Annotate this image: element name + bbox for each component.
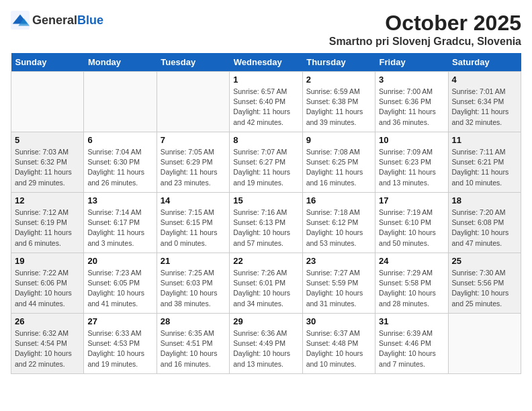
calendar-body: 1Sunrise: 6:57 AM Sunset: 6:40 PM Daylig… — [11, 72, 521, 374]
weekday-header-wednesday: Wednesday — [230, 53, 302, 72]
day-detail: Sunrise: 6:57 AM Sunset: 6:40 PM Dayligh… — [233, 87, 298, 128]
day-number: 20 — [87, 256, 152, 266]
calendar-week-5: 26Sunrise: 6:32 AM Sunset: 4:54 PM Dayli… — [11, 314, 521, 374]
day-detail: Sunrise: 7:19 AM Sunset: 6:10 PM Dayligh… — [379, 208, 444, 248]
day-number: 18 — [452, 195, 517, 205]
weekday-header-monday: Monday — [84, 53, 157, 72]
calendar-day-19: 19Sunrise: 7:22 AM Sunset: 6:06 PM Dayli… — [11, 253, 84, 314]
calendar-day-24: 24Sunrise: 7:29 AM Sunset: 5:58 PM Dayli… — [375, 253, 448, 314]
logo-icon — [11, 11, 30, 30]
day-detail: Sunrise: 7:05 AM Sunset: 6:29 PM Dayligh… — [161, 147, 226, 188]
day-detail: Sunrise: 7:00 AM Sunset: 6:36 PM Dayligh… — [379, 87, 444, 128]
day-number: 10 — [379, 135, 444, 145]
day-detail: Sunrise: 6:36 AM Sunset: 4:49 PM Dayligh… — [233, 328, 298, 369]
day-number: 14 — [161, 195, 226, 205]
day-detail: Sunrise: 6:37 AM Sunset: 4:48 PM Dayligh… — [306, 328, 371, 369]
calendar-day-20: 20Sunrise: 7:23 AM Sunset: 6:05 PM Dayli… — [84, 253, 157, 314]
calendar-day-2: 2Sunrise: 6:59 AM Sunset: 6:38 PM Daylig… — [302, 72, 375, 132]
day-detail: Sunrise: 7:20 AM Sunset: 6:08 PM Dayligh… — [452, 208, 517, 248]
day-number: 5 — [15, 135, 80, 145]
month-title: October 2025 — [329, 11, 521, 36]
day-number: 16 — [306, 195, 371, 205]
day-detail: Sunrise: 7:27 AM Sunset: 5:59 PM Dayligh… — [306, 268, 371, 309]
day-detail: Sunrise: 7:18 AM Sunset: 6:12 PM Dayligh… — [306, 208, 371, 248]
calendar-day-empty — [84, 72, 157, 132]
day-detail: Sunrise: 7:12 AM Sunset: 6:19 PM Dayligh… — [15, 208, 80, 248]
day-detail: Sunrise: 7:01 AM Sunset: 6:34 PM Dayligh… — [452, 87, 517, 128]
day-number: 2 — [306, 75, 371, 85]
day-number: 3 — [379, 75, 444, 85]
day-number: 31 — [379, 316, 444, 326]
calendar-day-8: 8Sunrise: 7:07 AM Sunset: 6:27 PM Daylig… — [230, 132, 302, 193]
calendar-day-16: 16Sunrise: 7:18 AM Sunset: 6:12 PM Dayli… — [302, 193, 375, 253]
calendar-day-4: 4Sunrise: 7:01 AM Sunset: 6:34 PM Daylig… — [448, 72, 521, 132]
logo-text: GeneralBlue — [32, 13, 103, 28]
calendar-day-empty — [448, 314, 521, 374]
day-number: 9 — [306, 135, 371, 145]
day-number: 12 — [15, 195, 80, 205]
calendar-day-17: 17Sunrise: 7:19 AM Sunset: 6:10 PM Dayli… — [375, 193, 448, 253]
day-detail: Sunrise: 6:35 AM Sunset: 4:51 PM Dayligh… — [161, 328, 226, 369]
day-number: 29 — [233, 316, 298, 326]
calendar-day-3: 3Sunrise: 7:00 AM Sunset: 6:36 PM Daylig… — [375, 72, 448, 132]
day-detail: Sunrise: 6:39 AM Sunset: 4:46 PM Dayligh… — [379, 328, 444, 369]
day-detail: Sunrise: 6:32 AM Sunset: 4:54 PM Dayligh… — [15, 328, 80, 369]
calendar-day-1: 1Sunrise: 6:57 AM Sunset: 6:40 PM Daylig… — [230, 72, 302, 132]
calendar-day-22: 22Sunrise: 7:26 AM Sunset: 6:01 PM Dayli… — [230, 253, 302, 314]
header: GeneralBlue October 2025 Smartno pri Slo… — [11, 11, 521, 48]
day-number: 17 — [379, 195, 444, 205]
calendar-week-3: 12Sunrise: 7:12 AM Sunset: 6:19 PM Dayli… — [11, 193, 521, 253]
calendar-day-6: 6Sunrise: 7:04 AM Sunset: 6:30 PM Daylig… — [84, 132, 157, 193]
logo: GeneralBlue — [11, 11, 103, 30]
day-detail: Sunrise: 7:15 AM Sunset: 6:15 PM Dayligh… — [161, 208, 226, 248]
day-number: 27 — [87, 316, 152, 326]
day-detail: Sunrise: 7:07 AM Sunset: 6:27 PM Dayligh… — [233, 147, 298, 188]
day-detail: Sunrise: 7:29 AM Sunset: 5:58 PM Dayligh… — [379, 268, 444, 309]
day-number: 11 — [452, 135, 517, 145]
day-number: 22 — [233, 256, 298, 266]
calendar-header-row: SundayMondayTuesdayWednesdayThursdayFrid… — [11, 53, 521, 72]
day-detail: Sunrise: 6:33 AM Sunset: 4:53 PM Dayligh… — [87, 328, 152, 369]
calendar-day-23: 23Sunrise: 7:27 AM Sunset: 5:59 PM Dayli… — [302, 253, 375, 314]
calendar-day-29: 29Sunrise: 6:36 AM Sunset: 4:49 PM Dayli… — [230, 314, 302, 374]
calendar-day-21: 21Sunrise: 7:25 AM Sunset: 6:03 PM Dayli… — [157, 253, 229, 314]
day-detail: Sunrise: 7:14 AM Sunset: 6:17 PM Dayligh… — [87, 208, 152, 248]
day-detail: Sunrise: 7:30 AM Sunset: 5:56 PM Dayligh… — [452, 268, 517, 309]
calendar-week-2: 5Sunrise: 7:03 AM Sunset: 6:32 PM Daylig… — [11, 132, 521, 193]
day-detail: Sunrise: 7:08 AM Sunset: 6:25 PM Dayligh… — [306, 147, 371, 188]
calendar-day-5: 5Sunrise: 7:03 AM Sunset: 6:32 PM Daylig… — [11, 132, 84, 193]
calendar-day-18: 18Sunrise: 7:20 AM Sunset: 6:08 PM Dayli… — [448, 193, 521, 253]
day-number: 21 — [161, 256, 226, 266]
calendar-day-7: 7Sunrise: 7:05 AM Sunset: 6:29 PM Daylig… — [157, 132, 229, 193]
logo-general: General — [32, 13, 77, 27]
weekday-header-tuesday: Tuesday — [157, 53, 229, 72]
calendar-week-4: 19Sunrise: 7:22 AM Sunset: 6:06 PM Dayli… — [11, 253, 521, 314]
calendar-day-30: 30Sunrise: 6:37 AM Sunset: 4:48 PM Dayli… — [302, 314, 375, 374]
calendar-day-10: 10Sunrise: 7:09 AM Sunset: 6:23 PM Dayli… — [375, 132, 448, 193]
calendar-table: SundayMondayTuesdayWednesdayThursdayFrid… — [11, 53, 521, 374]
logo-blue: Blue — [77, 13, 103, 27]
title-area: October 2025 Smartno pri Slovenj Gradcu,… — [329, 11, 521, 48]
weekday-header-thursday: Thursday — [302, 53, 375, 72]
calendar-week-1: 1Sunrise: 6:57 AM Sunset: 6:40 PM Daylig… — [11, 72, 521, 132]
day-detail: Sunrise: 6:59 AM Sunset: 6:38 PM Dayligh… — [306, 87, 371, 128]
calendar-day-31: 31Sunrise: 6:39 AM Sunset: 4:46 PM Dayli… — [375, 314, 448, 374]
day-detail: Sunrise: 7:22 AM Sunset: 6:06 PM Dayligh… — [15, 268, 80, 309]
calendar-day-27: 27Sunrise: 6:33 AM Sunset: 4:53 PM Dayli… — [84, 314, 157, 374]
calendar-day-26: 26Sunrise: 6:32 AM Sunset: 4:54 PM Dayli… — [11, 314, 84, 374]
day-number: 25 — [452, 256, 517, 266]
day-detail: Sunrise: 7:04 AM Sunset: 6:30 PM Dayligh… — [87, 147, 152, 188]
calendar-day-13: 13Sunrise: 7:14 AM Sunset: 6:17 PM Dayli… — [84, 193, 157, 253]
day-detail: Sunrise: 7:23 AM Sunset: 6:05 PM Dayligh… — [87, 268, 152, 309]
day-number: 26 — [15, 316, 80, 326]
day-detail: Sunrise: 7:26 AM Sunset: 6:01 PM Dayligh… — [233, 268, 298, 309]
day-number: 15 — [233, 195, 298, 205]
day-number: 23 — [306, 256, 371, 266]
day-detail: Sunrise: 7:25 AM Sunset: 6:03 PM Dayligh… — [161, 268, 226, 309]
calendar-day-empty — [157, 72, 229, 132]
day-number: 30 — [306, 316, 371, 326]
calendar-day-11: 11Sunrise: 7:11 AM Sunset: 6:21 PM Dayli… — [448, 132, 521, 193]
day-number: 6 — [87, 135, 152, 145]
day-detail: Sunrise: 7:11 AM Sunset: 6:21 PM Dayligh… — [452, 147, 517, 188]
location-title: Smartno pri Slovenj Gradcu, Slovenia — [329, 36, 521, 48]
